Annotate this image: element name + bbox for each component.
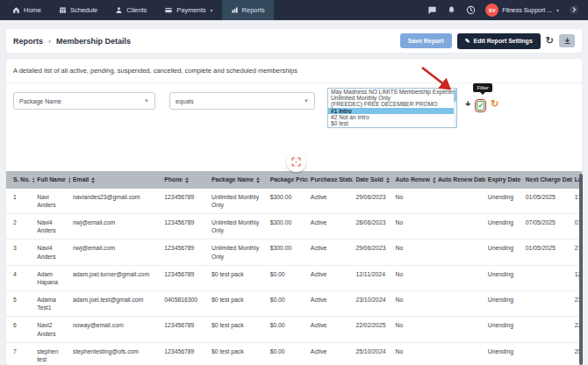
column-header[interactable]: Package Name — [209, 171, 268, 189]
table-cell — [435, 291, 485, 317]
table-cell: $0.00 — [268, 342, 308, 365]
notifications-icon[interactable] — [447, 3, 456, 18]
table-cell — [523, 317, 572, 342]
column-header[interactable]: Auto Renew — [393, 171, 435, 189]
table-cell: nwj@email.com — [70, 214, 161, 240]
home-icon — [12, 6, 20, 14]
sort-icon[interactable] — [91, 177, 95, 183]
filter-operator-select[interactable]: equals▼ — [169, 92, 315, 110]
table-cell — [435, 214, 485, 240]
filter-option[interactable]: May Madness NO LIMITS Membership Experie… — [328, 89, 456, 95]
column-header[interactable]: Date Sold — [353, 171, 392, 189]
table-cell: 23/10/2024 — [353, 291, 392, 317]
clock-icon[interactable] — [466, 3, 476, 18]
sort-icon[interactable] — [386, 177, 390, 183]
reset-filter-icon[interactable]: ↻ — [491, 99, 498, 109]
filter-option[interactable]: (FREEDEC) FREE DECEMBER PROMO — [328, 101, 456, 107]
breadcrumb-parent[interactable]: Reports — [13, 37, 43, 46]
table-cell: Navi2 Anders — [34, 317, 70, 342]
sort-icon[interactable] — [68, 177, 70, 183]
table-cell: Unending — [485, 342, 523, 365]
sort-icon[interactable] — [256, 177, 260, 183]
table-cell: $300.00 — [268, 189, 308, 214]
table-cell: nwj@email.com — [70, 240, 161, 265]
table-cell: Active — [308, 189, 354, 214]
table-row[interactable]: 1Navi Andersnaviandes23@gmail.com1234567… — [6, 189, 582, 214]
table-cell: 29/06/2023 — [353, 189, 392, 214]
table-row[interactable]: 7stephen teststephentesting@ofs.com12345… — [6, 342, 582, 365]
table-cell: naviandes23@gmail.com — [70, 189, 161, 214]
table-row[interactable]: 5Adama Test1adam.joel.test@gmail.com0405… — [6, 291, 582, 317]
refresh-icon[interactable]: ↻ — [546, 36, 554, 46]
filter-option[interactable]: #1 Intro — [328, 108, 456, 114]
report-card: A detailed list of all active, pending, … — [6, 59, 582, 365]
nav-item-reports[interactable]: Reports — [222, 0, 274, 20]
column-header[interactable]: Purchase Status — [308, 171, 354, 189]
table-cell: No — [393, 317, 435, 342]
column-header[interactable]: Package Price — [268, 171, 308, 189]
table-cell — [435, 265, 485, 290]
table-cell: No — [393, 240, 435, 265]
column-header[interactable]: Email — [70, 171, 161, 189]
filter-option[interactable]: $0 test — [328, 120, 456, 126]
pencil-icon: ✎ — [465, 38, 470, 45]
nav-item-home[interactable]: Home — [4, 0, 50, 20]
download-button[interactable] — [559, 34, 575, 47]
table-cell: $300.00 — [268, 214, 308, 240]
table-cell: $0 test pack — [209, 265, 268, 290]
filter-option[interactable]: #2 Not an Intro — [328, 114, 456, 120]
column-header[interactable]: Full Name — [34, 171, 70, 189]
add-filter-icon[interactable]: + — [465, 99, 470, 109]
table-cell: Unending — [485, 317, 523, 342]
save-report-button[interactable]: Save Report — [400, 33, 452, 48]
filter-option[interactable]: Unlimited Monthly Only — [328, 95, 456, 101]
account-menu[interactable]: SV Fitness Support ... ▾ — [485, 4, 559, 17]
edit-report-settings-button[interactable]: ✎ Edit Report Settings — [457, 33, 541, 49]
arrow-circle-icon[interactable] — [569, 3, 579, 18]
navbar-right: SV Fitness Support ... ▾ — [427, 0, 588, 20]
table-cell — [435, 317, 485, 342]
nav-item-clients[interactable]: Clients — [106, 0, 155, 20]
sort-icon[interactable] — [433, 177, 435, 183]
table-cell: No — [393, 342, 435, 365]
sort-icon[interactable] — [185, 177, 189, 183]
sort-icon[interactable] — [32, 177, 34, 183]
table-cell: 4 — [6, 265, 34, 290]
column-header[interactable]: Next Charge Date — [523, 171, 572, 189]
filter-value-listbox[interactable]: May Madness NO LIMITS Membership Experie… — [327, 88, 457, 128]
membership-details-screen: { "navbar": { "items": [ {"label": "Home… — [0, 0, 588, 365]
chevron-down-icon: ▾ — [556, 7, 559, 13]
filter-row: Package Name▼ equals▼ May Madness NO LIM… — [6, 83, 582, 141]
schedule-icon — [59, 6, 67, 14]
table-cell: Unlimited Monthly Only — [209, 240, 268, 265]
table-cell: 07/05/2025 — [523, 214, 572, 240]
table-cell — [435, 240, 485, 265]
listbox-scrollbar-thumb[interactable] — [454, 89, 456, 102]
column-header[interactable]: S. No. — [6, 171, 34, 189]
table-cell: $0 test pack — [209, 342, 268, 365]
filter-field-select[interactable]: Package Name▼ — [13, 92, 155, 110]
column-header[interactable]: Expiry Date — [485, 171, 523, 189]
column-header[interactable]: Auto Renew Date — [435, 171, 485, 189]
table-row[interactable]: 6Navi2 Andersnoway@email.com123456789$0 … — [6, 317, 582, 342]
table-cell: Adama Test1 — [34, 291, 70, 317]
table-cell: 01/05/2025 — [523, 189, 572, 214]
table-row[interactable]: 4Adam Hapanaadam.joel.turner@gmail.com12… — [6, 265, 582, 290]
table-cell: Active — [308, 265, 354, 290]
table-cell: $0 test pack — [209, 317, 268, 342]
report-toolbar: Save Report ✎ Edit Report Settings ↻ — [400, 33, 575, 49]
table-cell — [523, 342, 572, 365]
table-cell: Active — [308, 214, 354, 240]
column-header[interactable]: Phone — [161, 171, 209, 189]
nav-item-payments[interactable]: Payments▾ — [155, 0, 221, 20]
table-cell: Active — [308, 240, 354, 265]
top-navbar: HomeScheduleClientsPayments▾Reports SV F… — [0, 0, 588, 20]
nav-item-schedule[interactable]: Schedule — [50, 0, 106, 20]
table-row[interactable]: 2Navi4 Andersnwj@email.com123456789Unlim… — [6, 214, 582, 240]
messages-icon[interactable] — [427, 3, 437, 18]
apply-filter-icon[interactable]: ✓ — [477, 101, 484, 111]
table-cell — [435, 342, 485, 365]
filter-tooltip: Filter — [473, 83, 491, 92]
table-row[interactable]: 3Navi4 Andersnwj@email.com123456789Unlim… — [6, 240, 582, 265]
vertical-scrollbar[interactable] — [579, 174, 583, 365]
